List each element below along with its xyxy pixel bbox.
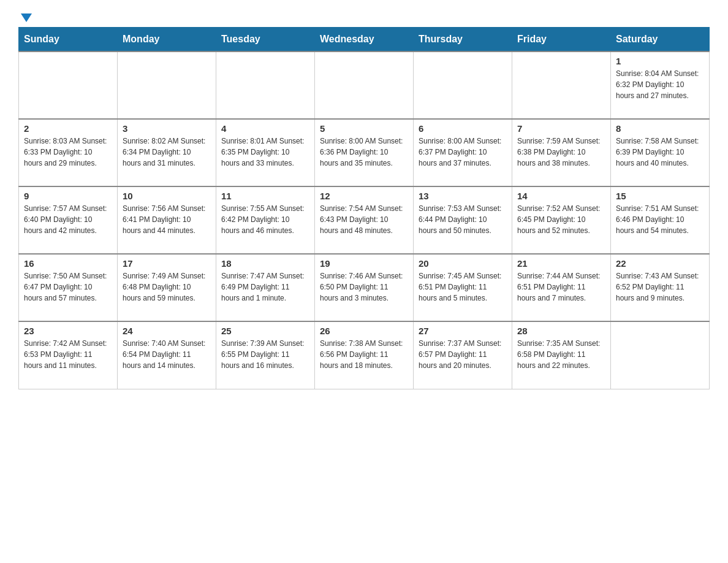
header-saturday: Saturday [611,28,710,52]
calendar-cell [414,52,512,119]
day-info: Sunrise: 7:59 AM Sunset: 6:38 PM Dayligh… [517,136,605,169]
day-info: Sunrise: 7:49 AM Sunset: 6:48 PM Dayligh… [123,270,211,304]
day-number: 27 [419,326,507,336]
day-info: Sunrise: 8:03 AM Sunset: 6:33 PM Dayligh… [24,136,112,169]
day-info: Sunrise: 7:50 AM Sunset: 6:47 PM Dayligh… [24,270,112,304]
day-info: Sunrise: 7:38 AM Sunset: 6:56 PM Dayligh… [320,338,408,371]
day-info: Sunrise: 7:44 AM Sunset: 6:51 PM Dayligh… [517,270,605,304]
day-number: 9 [24,191,112,201]
calendar-cell: 19Sunrise: 7:46 AM Sunset: 6:50 PM Dayli… [315,254,414,321]
day-info: Sunrise: 7:43 AM Sunset: 6:52 PM Dayligh… [616,270,704,304]
day-info: Sunrise: 7:56 AM Sunset: 6:41 PM Dayligh… [123,203,211,236]
calendar-cell: 5Sunrise: 8:00 AM Sunset: 6:36 PM Daylig… [315,119,414,186]
page-header [18,12,710,21]
header-friday: Friday [512,28,611,52]
day-info: Sunrise: 7:42 AM Sunset: 6:53 PM Dayligh… [24,338,112,371]
day-info: Sunrise: 7:47 AM Sunset: 6:49 PM Dayligh… [221,270,309,304]
calendar-cell: 26Sunrise: 7:38 AM Sunset: 6:56 PM Dayli… [315,321,414,389]
day-info: Sunrise: 7:54 AM Sunset: 6:43 PM Dayligh… [320,203,408,236]
day-info: Sunrise: 7:39 AM Sunset: 6:55 PM Dayligh… [221,338,309,371]
day-number: 14 [517,191,605,201]
calendar-cell: 25Sunrise: 7:39 AM Sunset: 6:55 PM Dayli… [216,321,315,389]
day-info: Sunrise: 8:00 AM Sunset: 6:37 PM Dayligh… [419,136,507,169]
calendar-cell [315,52,414,119]
calendar-cell: 6Sunrise: 8:00 AM Sunset: 6:37 PM Daylig… [414,119,512,186]
day-info: Sunrise: 7:55 AM Sunset: 6:42 PM Dayligh… [221,203,309,236]
calendar-cell: 12Sunrise: 7:54 AM Sunset: 6:43 PM Dayli… [315,186,414,254]
header-monday: Monday [118,28,216,52]
day-info: Sunrise: 7:46 AM Sunset: 6:50 PM Dayligh… [320,270,408,304]
calendar-cell: 14Sunrise: 7:52 AM Sunset: 6:45 PM Dayli… [512,186,611,254]
day-number: 20 [419,258,507,269]
day-number: 24 [123,326,211,336]
calendar-cell: 22Sunrise: 7:43 AM Sunset: 6:52 PM Dayli… [611,254,710,321]
day-number: 25 [221,326,309,336]
header-thursday: Thursday [414,28,512,52]
calendar-cell: 24Sunrise: 7:40 AM Sunset: 6:54 PM Dayli… [118,321,216,389]
day-number: 22 [616,258,704,269]
calendar-cell [118,52,216,119]
day-info: Sunrise: 7:51 AM Sunset: 6:46 PM Dayligh… [616,203,704,236]
header-sunday: Sunday [19,28,118,52]
calendar-cell: 16Sunrise: 7:50 AM Sunset: 6:47 PM Dayli… [19,254,118,321]
week-row-5: 23Sunrise: 7:42 AM Sunset: 6:53 PM Dayli… [19,321,710,389]
calendar-cell: 11Sunrise: 7:55 AM Sunset: 6:42 PM Dayli… [216,186,315,254]
calendar-cell: 21Sunrise: 7:44 AM Sunset: 6:51 PM Dayli… [512,254,611,321]
day-number: 4 [221,123,309,134]
logo [18,12,32,21]
day-info: Sunrise: 7:53 AM Sunset: 6:44 PM Dayligh… [419,203,507,236]
day-number: 26 [320,326,408,336]
calendar-cell [512,52,611,119]
calendar-cell: 2Sunrise: 8:03 AM Sunset: 6:33 PM Daylig… [19,119,118,186]
day-info: Sunrise: 8:00 AM Sunset: 6:36 PM Dayligh… [320,136,408,169]
day-number: 21 [517,258,605,269]
day-number: 19 [320,258,408,269]
calendar-cell [611,321,710,389]
calendar-cell: 9Sunrise: 7:57 AM Sunset: 6:40 PM Daylig… [19,186,118,254]
day-number: 7 [517,123,605,134]
day-number: 23 [24,326,112,336]
calendar-cell: 20Sunrise: 7:45 AM Sunset: 6:51 PM Dayli… [414,254,512,321]
day-number: 1 [616,56,704,66]
calendar-cell: 1Sunrise: 8:04 AM Sunset: 6:32 PM Daylig… [611,52,710,119]
calendar-cell: 7Sunrise: 7:59 AM Sunset: 6:38 PM Daylig… [512,119,611,186]
calendar-cell: 28Sunrise: 7:35 AM Sunset: 6:58 PM Dayli… [512,321,611,389]
day-number: 2 [24,123,112,134]
calendar-cell: 15Sunrise: 7:51 AM Sunset: 6:46 PM Dayli… [611,186,710,254]
day-number: 17 [123,258,211,269]
day-info: Sunrise: 7:35 AM Sunset: 6:58 PM Dayligh… [517,338,605,371]
day-number: 8 [616,123,704,134]
day-info: Sunrise: 8:02 AM Sunset: 6:34 PM Dayligh… [123,136,211,169]
day-info: Sunrise: 7:40 AM Sunset: 6:54 PM Dayligh… [123,338,211,371]
calendar-table: SundayMondayTuesdayWednesdayThursdayFrid… [18,27,710,389]
day-info: Sunrise: 7:58 AM Sunset: 6:39 PM Dayligh… [616,136,704,169]
day-info: Sunrise: 8:04 AM Sunset: 6:32 PM Dayligh… [616,68,704,101]
calendar-cell: 17Sunrise: 7:49 AM Sunset: 6:48 PM Dayli… [118,254,216,321]
calendar-cell: 13Sunrise: 7:53 AM Sunset: 6:44 PM Dayli… [414,186,512,254]
day-number: 11 [221,191,309,201]
day-number: 28 [517,326,605,336]
day-info: Sunrise: 7:57 AM Sunset: 6:40 PM Dayligh… [24,203,112,236]
day-info: Sunrise: 8:01 AM Sunset: 6:35 PM Dayligh… [221,136,309,169]
calendar-cell: 23Sunrise: 7:42 AM Sunset: 6:53 PM Dayli… [19,321,118,389]
header-tuesday: Tuesday [216,28,315,52]
day-number: 5 [320,123,408,134]
logo-triangle-icon [21,13,32,22]
day-number: 10 [123,191,211,201]
calendar-header-row: SundayMondayTuesdayWednesdayThursdayFrid… [19,28,710,52]
calendar-cell [216,52,315,119]
day-info: Sunrise: 7:45 AM Sunset: 6:51 PM Dayligh… [419,270,507,304]
day-info: Sunrise: 7:37 AM Sunset: 6:57 PM Dayligh… [419,338,507,371]
header-wednesday: Wednesday [315,28,414,52]
day-number: 16 [24,258,112,269]
calendar-cell [19,52,118,119]
calendar-cell: 10Sunrise: 7:56 AM Sunset: 6:41 PM Dayli… [118,186,216,254]
calendar-cell: 18Sunrise: 7:47 AM Sunset: 6:49 PM Dayli… [216,254,315,321]
day-number: 6 [419,123,507,134]
day-number: 18 [221,258,309,269]
day-number: 13 [419,191,507,201]
day-number: 15 [616,191,704,201]
week-row-3: 9Sunrise: 7:57 AM Sunset: 6:40 PM Daylig… [19,186,710,254]
calendar-cell: 8Sunrise: 7:58 AM Sunset: 6:39 PM Daylig… [611,119,710,186]
week-row-1: 1Sunrise: 8:04 AM Sunset: 6:32 PM Daylig… [19,52,710,119]
